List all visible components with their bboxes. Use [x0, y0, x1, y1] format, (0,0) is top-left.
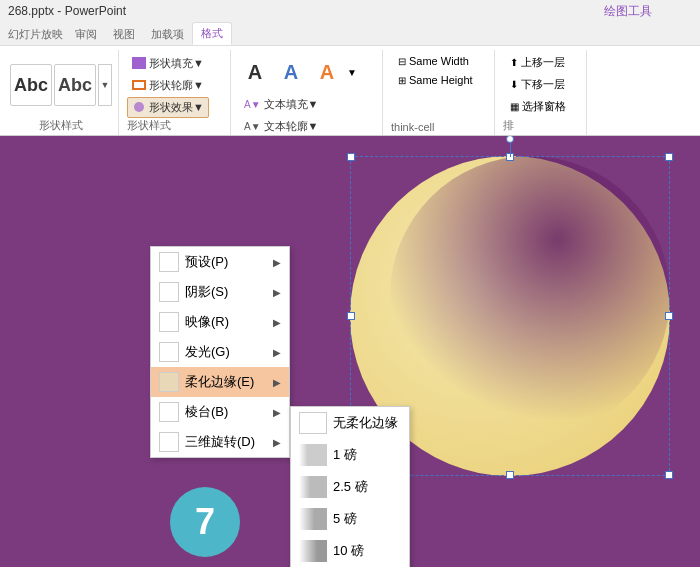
text-fill-btn[interactable]: A▼ 文本填充▼ [239, 94, 357, 115]
10pt-preview [299, 540, 327, 562]
shape-effect-dropdown[interactable]: 预设(P) ▶ 阴影(S) ▶ 映像(R) ▶ 发光(G) ▶ 柔化边缘(E) … [150, 246, 290, 458]
soft-edge-arrow: ▶ [273, 377, 281, 388]
text-outline-btn[interactable]: A▼ 文本轮廓▼ [239, 116, 357, 137]
submenu-none[interactable]: 无柔化边缘 [291, 407, 409, 439]
bevel-arrow: ▶ [273, 407, 281, 418]
svg-rect-0 [133, 81, 145, 89]
reflection-arrow: ▶ [273, 317, 281, 328]
move-up-icon: ⬆ [510, 57, 518, 68]
layer-group: ⬆ 上移一层 ⬇ 下移一层 ▦ 选择窗格 排 [497, 50, 587, 135]
svg-point-1 [134, 102, 144, 112]
shadow-arrow: ▶ [273, 287, 281, 298]
handle-tr[interactable] [665, 153, 673, 161]
bevel-preview-icon [159, 402, 179, 422]
move-down-icon: ⬇ [510, 79, 518, 90]
shape-style-abc1[interactable]: Abc [10, 64, 52, 106]
tab-review[interactable]: 审阅 [67, 24, 105, 45]
move-up-btn[interactable]: ⬆ 上移一层 [503, 52, 573, 73]
3d-rotation-arrow: ▶ [273, 437, 281, 448]
handle-bm[interactable] [506, 471, 514, 479]
2-5pt-preview [299, 476, 327, 498]
submenu-10pt[interactable]: 10 磅 [291, 535, 409, 567]
shape-style-more[interactable]: ▼ [98, 64, 112, 106]
effect-icon [132, 101, 146, 113]
no-edge-preview [299, 412, 327, 434]
tab-view[interactable]: 视图 [105, 24, 143, 45]
move-down-btn[interactable]: ⬇ 下移一层 [503, 74, 573, 95]
menu-soft-edge[interactable]: 柔化边缘(E) ▶ [151, 367, 289, 397]
menu-3d-rotation[interactable]: 三维旋转(D) ▶ [151, 427, 289, 457]
glow-preview-icon [159, 342, 179, 362]
art-word-group: A A A ▼ A▼ 文本填充▼ A▼ 文本轮廓▼ A▼ 文本效果▼ [233, 50, 383, 135]
canvas-area: 7 预设(P) ▶ 阴影(S) ▶ 映像(R) ▶ 发光(G) ▶ 柔化边缘(E… [0, 136, 700, 567]
menu-bevel[interactable]: 棱台(B) ▶ [151, 397, 289, 427]
soft-edge-preview-icon [159, 372, 179, 392]
soft-edge-submenu[interactable]: 无柔化边缘 1 磅 2.5 磅 5 磅 10 磅 25 磅 50 磅 [290, 406, 410, 567]
tab-format[interactable]: 格式 [192, 22, 232, 45]
glow-arrow: ▶ [273, 347, 281, 358]
menu-preset[interactable]: 预设(P) ▶ [151, 247, 289, 277]
shape-styles-group: Abc Abc ▼ 形状样式 [4, 50, 119, 135]
text-outline-icon: A▼ [244, 121, 261, 132]
number-badge: 7 [170, 487, 240, 557]
ribbon: Abc Abc ▼ 形状样式 形状填充▼ 形状轮廓▼ [0, 46, 700, 136]
handle-br[interactable] [665, 471, 673, 479]
shape-styles-label: 形状样式 [39, 118, 83, 135]
preset-preview-icon [159, 252, 179, 272]
ribbon-tabs: 幻灯片放映 审阅 视图 加载项 格式 [0, 22, 700, 46]
title-bar: 268.pptx - PowerPoint 绘图工具 [0, 0, 700, 22]
same-width-icon: ⊟ [398, 56, 406, 67]
menu-shadow[interactable]: 阴影(S) ▶ [151, 277, 289, 307]
art-text-blue[interactable]: A [275, 56, 307, 88]
submenu-1pt[interactable]: 1 磅 [291, 439, 409, 471]
rotation-handle[interactable] [506, 136, 514, 157]
text-fill-icon: A▼ [244, 99, 261, 110]
art-text-orange[interactable]: A [311, 56, 343, 88]
art-text-more[interactable]: ▼ [347, 67, 357, 78]
art-text-plain[interactable]: A [239, 56, 271, 88]
shape-fill-btn[interactable]: 形状填充▼ [127, 53, 209, 74]
outline-icon [132, 79, 146, 91]
handle-ml[interactable] [347, 312, 355, 320]
1pt-preview [299, 444, 327, 466]
shape-outline-btn[interactable]: 形状轮廓▼ [127, 75, 209, 96]
same-width-btn[interactable]: ⊟ Same Width [391, 52, 480, 70]
shape-format-label: 形状样式 [127, 118, 171, 135]
shape-effect-btn[interactable]: 形状效果▼ [127, 97, 209, 118]
menu-glow[interactable]: 发光(G) ▶ [151, 337, 289, 367]
handle-tl[interactable] [347, 153, 355, 161]
preset-arrow: ▶ [273, 257, 281, 268]
3d-rotation-preview-icon [159, 432, 179, 452]
shape-style-abc2[interactable]: Abc [54, 64, 96, 106]
menu-reflection[interactable]: 映像(R) ▶ [151, 307, 289, 337]
shadow-preview-icon [159, 282, 179, 302]
5pt-preview [299, 508, 327, 530]
title-bar-text: 268.pptx - PowerPoint [8, 4, 604, 18]
select-grid-btn[interactable]: ▦ 选择窗格 [503, 96, 573, 117]
same-height-icon: ⊞ [398, 75, 406, 86]
think-cell-label: think-cell [391, 121, 434, 135]
tab-addins[interactable]: 加载项 [143, 24, 192, 45]
drawing-tools-label: 绘图工具 [604, 3, 652, 20]
grid-icon: ▦ [510, 101, 519, 112]
shape-format-group: 形状填充▼ 形状轮廓▼ 形状效果▼ 形状样式 [121, 50, 231, 135]
submenu-2-5pt[interactable]: 2.5 磅 [291, 471, 409, 503]
submenu-5pt[interactable]: 5 磅 [291, 503, 409, 535]
arrange-label: 排 [503, 118, 514, 135]
tab-slideshow[interactable]: 幻灯片放映 [4, 24, 67, 45]
same-height-btn[interactable]: ⊞ Same Height [391, 71, 480, 89]
handle-mr[interactable] [665, 312, 673, 320]
arrange-group: ⊟ Same Width ⊞ Same Height think-cell [385, 50, 495, 135]
reflection-preview-icon [159, 312, 179, 332]
fill-icon [132, 57, 146, 69]
